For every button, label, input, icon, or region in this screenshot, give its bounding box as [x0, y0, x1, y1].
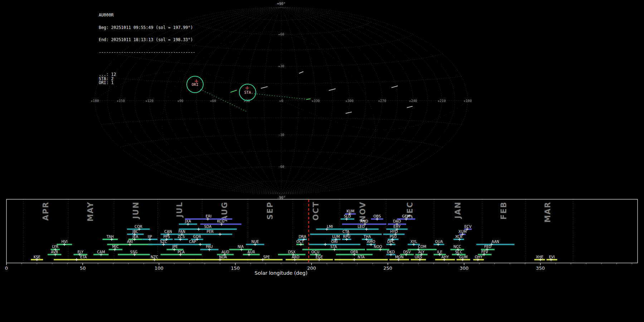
shower-code-label: PSU [390, 235, 397, 239]
grid-meridian [281, 7, 333, 194]
shower-code-label: OBS [374, 214, 381, 218]
ecliptic-line [281, 101, 466, 130]
longitude-label: +90 [177, 99, 183, 103]
meteor-streak [299, 72, 303, 73]
shower-code-label: ZCS [177, 235, 185, 239]
shower-code-label: LYR [52, 245, 58, 249]
meteor-streak [306, 99, 311, 99]
shower-code-label: FEV [481, 250, 488, 254]
shower-code-label: OCU [311, 250, 319, 254]
shower-code-label: XCB [455, 235, 462, 239]
shower-code-label: ARI [127, 240, 133, 244]
latitude-label: +60 [278, 32, 284, 36]
shower-code-label: ETA [80, 255, 87, 259]
shower-code-label: JEA [132, 235, 138, 239]
shower-code-label: AVB [51, 250, 58, 254]
shower-code-label: SLD [344, 214, 351, 218]
begin-time-line: Beg: 20251011 09:55:49 (sol = 197.99°) [99, 26, 195, 30]
shower-code-label: URS [415, 255, 422, 259]
shower-code-label: NUE [251, 240, 259, 244]
grid-parallel [233, 181, 330, 191]
station-id: AU000R [99, 13, 195, 18]
grid-parallel [101, 118, 461, 125]
header-separator: --------------------------------------- [99, 50, 195, 55]
shower-code-label: ARD [292, 255, 299, 259]
shower-code-label: NCC [453, 245, 461, 249]
shower-code-label: AUD [221, 250, 229, 254]
header-gap [99, 63, 195, 64]
shower-code-label: EHY [394, 225, 401, 229]
longitude-label: +210 [438, 99, 446, 103]
shower-code-label: SCC [455, 250, 462, 254]
shower-code-label: OHY [475, 255, 483, 259]
shower-code-label: DRA [299, 235, 306, 239]
shower-code-label: AAN [492, 240, 499, 244]
latitude-label: +30 [278, 64, 284, 68]
shower-code-label: LUM [332, 235, 340, 239]
shower-code-label: HYD [390, 230, 398, 234]
shower-code-label: RPU [343, 235, 350, 239]
shower-code-label: SZC [160, 240, 167, 244]
shower-code-label: SDA [204, 225, 211, 229]
radiant-map-and-activity-plot: +90°-90°+60+30-30-60+180+150+120+90+60+3… [0, 0, 644, 322]
month-label: JAN [454, 201, 462, 219]
shower-code-label: EVI [549, 255, 555, 259]
axis-tick-label: 250 [384, 265, 392, 271]
shower-code-label: ELY [77, 250, 84, 254]
shower-code-label: DAD [393, 219, 401, 223]
count-line: ORI: 1 [99, 81, 195, 85]
shower-code-label: DSV [403, 250, 411, 254]
shower-code-label: SSG [130, 250, 137, 254]
shower-code-label: STA [330, 245, 337, 249]
x-axis-title: Solar longitude (deg) [255, 270, 308, 276]
longitude-label: +300 [345, 99, 353, 103]
end-time-line: End: 20251011 18:13:13 (sol = 198.33°) [99, 38, 195, 42]
shower-code-label: LMI [327, 225, 333, 229]
shower-code-label: KSE [34, 255, 40, 259]
shower-code-label: FAN [179, 230, 185, 234]
month-label: JUN [132, 201, 140, 219]
longitude-label: +240 [409, 99, 417, 103]
shower-code-label: KCG [217, 219, 225, 223]
axis-tick-label: 300 [460, 265, 469, 271]
shower-code-label: HVI [61, 240, 67, 244]
longitude-label: +270 [378, 99, 386, 103]
month-label: APR [42, 201, 50, 221]
shower-code-label: DKD [387, 250, 395, 254]
shower-code-label: OCT [296, 240, 304, 244]
report-header: AU000R Beg: 20251011 09:55:49 (sol = 197… [99, 5, 195, 93]
shower-code-label: JBC [132, 230, 138, 234]
longitude-label: +120 [145, 99, 153, 103]
meteor-streak [391, 86, 398, 88]
shower-code-label: PAU [206, 245, 213, 249]
galactic-plane-line [362, 101, 376, 183]
shower-code-label: CTA [342, 230, 349, 234]
radiant-report-page: AU000R Beg: 20251011 09:55:49 (sol = 197… [0, 0, 644, 322]
month-label: JUL [175, 201, 184, 218]
shower-code-label: KUM [346, 209, 354, 213]
longitude-label: +180 [464, 99, 472, 103]
shower-code-label: CAN [164, 230, 172, 234]
axis-tick-label: 100 [155, 265, 164, 271]
axis-tick-label: 350 [536, 265, 545, 271]
south-pole-label: -90° [277, 196, 286, 200]
month-label: MAR [543, 201, 552, 223]
shower-code-label: XUM [459, 230, 467, 234]
shower-code-label: MJC [112, 245, 119, 249]
activity-timeline: APRMAYJUNJULAUGSEPOCTNOVDECJANFEBMARKUME… [5, 199, 638, 276]
shower-code-label: XYL [410, 240, 417, 244]
shower-code-label: NTA [358, 255, 365, 259]
shower-code-label: ALY [418, 250, 425, 254]
shower-code-label: CAP [189, 240, 196, 244]
shower-code-label: GDR [193, 235, 201, 239]
longitude-label: +0 [279, 99, 283, 103]
grid-meridian [281, 7, 316, 194]
grid-meridian [281, 7, 428, 194]
shower-code-label: DSX [288, 250, 296, 254]
shower-code-label: PCA [177, 250, 185, 254]
shower-code-label: EGE [316, 255, 323, 259]
shower-code-label: COR [135, 225, 142, 229]
axis-tick-label: 0 [5, 265, 8, 271]
shower-code-label: OER [351, 250, 358, 254]
meteor-streak [407, 106, 413, 108]
